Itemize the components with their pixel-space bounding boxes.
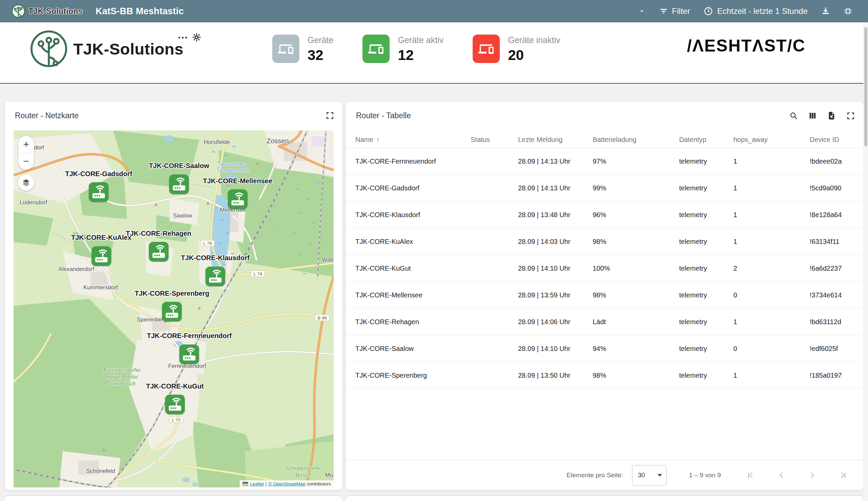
dashboard-header: TJK-Solutions Geräte 32 bbox=[0, 22, 868, 84]
router-icon bbox=[229, 191, 246, 207]
columns-icon[interactable] bbox=[808, 111, 817, 120]
cell-last-message: 28.09 | 14:06 Uhr bbox=[518, 318, 593, 326]
cell-battery: 100% bbox=[593, 265, 679, 272]
table-row[interactable]: TJK-CORE-Rehagen 28.09 | 14:06 Uhr Lädt … bbox=[346, 309, 863, 335]
router-marker-tjk-core-fernneuendorf[interactable] bbox=[179, 344, 199, 364]
router-icon bbox=[167, 396, 184, 413]
router-marker-tjk-core-mellensee[interactable] bbox=[228, 189, 248, 209]
cell-name: TJK-CORE-Fernneuendorf bbox=[355, 158, 471, 165]
cell-datatype: telemetry bbox=[679, 345, 733, 353]
org-logo[interactable]: TJK-Solutions bbox=[11, 4, 83, 19]
panel-dropdown-button[interactable] bbox=[638, 8, 646, 15]
table-row[interactable]: TJK-CORE-Gadsdorf 28.09 | 14:13 Uhr 99% … bbox=[346, 175, 863, 202]
table-row[interactable]: TJK-CORE-Fernneuendorf 28.09 | 14:13 Uhr… bbox=[346, 148, 863, 175]
table-row[interactable]: TJK-CORE-Klausdorf 28.09 | 13:48 Uhr 96%… bbox=[346, 202, 863, 228]
stat-value: 32 bbox=[307, 47, 333, 63]
stat-label: Geräte inaktiv bbox=[508, 35, 560, 45]
town-label: Schönefeld bbox=[86, 468, 115, 475]
router-marker-tjk-core-klausdorf[interactable] bbox=[206, 267, 225, 286]
leaflet-link[interactable]: Leaflet bbox=[250, 481, 264, 487]
cell-datatype: telemetry bbox=[679, 318, 733, 326]
stat-geraete-inaktiv: Geräte inaktiv 20 bbox=[473, 34, 560, 63]
table-panel-title: Router - Tabelle bbox=[356, 111, 411, 120]
column-header-device-id[interactable]: Device ID bbox=[810, 136, 863, 143]
more-options-button[interactable] bbox=[178, 34, 188, 41]
leaflet-map[interactable]: tinendorfHorstfeldeZossenMellenseeSaalow… bbox=[13, 130, 334, 488]
download-button[interactable] bbox=[821, 7, 830, 15]
clock-icon bbox=[703, 7, 713, 16]
cell-name: TJK-CORE-KuGut bbox=[355, 265, 471, 272]
gear-icon bbox=[192, 33, 201, 42]
cell-hops-away: 0 bbox=[733, 291, 810, 299]
cell-device-id: !5cd9a090 bbox=[810, 184, 863, 192]
column-header-hops-away[interactable]: hops_away bbox=[733, 136, 810, 143]
page-scrollbar[interactable] bbox=[863, 22, 868, 501]
device-label: TJK-CORE-Sperenberg bbox=[135, 289, 209, 297]
town-label: Lüdersdorf bbox=[20, 199, 47, 206]
devices-icon bbox=[363, 34, 389, 63]
layers-button[interactable] bbox=[18, 174, 34, 191]
filter-button[interactable]: Filter bbox=[659, 7, 690, 16]
stat-geraete-aktiv: Geräte aktiv 12 bbox=[363, 34, 443, 63]
table-row[interactable]: TJK-CORE-KuGut 28.09 | 14:10 Uhr 100% te… bbox=[346, 255, 863, 282]
top-app-bar: TJK-Solutions KatS-BB Meshtastic Filter … bbox=[0, 0, 868, 22]
per-page-select[interactable]: 30 bbox=[632, 465, 667, 486]
router-icon bbox=[90, 184, 107, 201]
cell-hops-away: 1 bbox=[733, 158, 810, 165]
cell-last-message: 28.09 | 13:48 Uhr bbox=[518, 211, 593, 219]
last-page-button[interactable] bbox=[839, 470, 848, 480]
cell-datatype: telemetry bbox=[679, 291, 733, 299]
cell-name: TJK-CORE-KuAlex bbox=[355, 238, 471, 246]
device-label: TJK-CORE-Mellensee bbox=[203, 177, 273, 185]
sort-asc-icon: ↑ bbox=[376, 136, 379, 143]
cell-hops-away: 1 bbox=[733, 211, 810, 219]
next-page-button[interactable] bbox=[808, 470, 817, 480]
stat-value: 20 bbox=[508, 47, 560, 63]
router-marker-tjk-core-saalow[interactable] bbox=[169, 174, 189, 194]
export-file-icon[interactable] bbox=[827, 111, 836, 120]
search-icon[interactable] bbox=[789, 111, 798, 120]
router-marker-tjk-core-gadsdorf[interactable] bbox=[89, 182, 108, 202]
zoom-out-button[interactable]: − bbox=[18, 153, 34, 170]
cell-name: TJK-CORE-Gadsdorf bbox=[355, 184, 471, 192]
column-header-datentyp[interactable]: Datentyp bbox=[679, 136, 733, 143]
org-name: TJK-Solutions bbox=[73, 40, 184, 58]
cell-device-id: !6a6d2237 bbox=[810, 265, 863, 272]
column-header-lezte-meldung[interactable]: Lezte Meldung bbox=[518, 136, 593, 143]
cell-datatype: telemetry bbox=[679, 265, 733, 272]
table-row[interactable]: TJK-CORE-Sperenberg 28.09 | 13:50 Uhr 98… bbox=[346, 362, 863, 389]
cell-hops-away: 1 bbox=[733, 372, 810, 380]
cell-battery: 97% bbox=[593, 158, 679, 165]
column-header-name[interactable]: Name↑ bbox=[355, 136, 471, 143]
fullscreen-icon[interactable] bbox=[325, 111, 334, 120]
tjk-tree-icon bbox=[11, 4, 26, 19]
collapse-view-button[interactable] bbox=[844, 7, 853, 15]
time-range-picker[interactable]: Echtzeit - letzte 1 Stunde bbox=[703, 7, 808, 16]
router-marker-tjk-core-kualex[interactable] bbox=[92, 246, 111, 266]
table-row[interactable]: TJK-CORE-KuAlex 28.09 | 14:03 Uhr 98% te… bbox=[346, 228, 863, 255]
router-marker-tjk-core-rehagen[interactable] bbox=[149, 242, 168, 262]
cell-name: TJK-CORE-Sperenberg bbox=[355, 372, 471, 380]
table-row[interactable]: TJK-CORE-Mellensee 28.09 | 13:59 Uhr 98%… bbox=[346, 282, 863, 309]
osm-link[interactable]: © OpenStreetMap bbox=[268, 481, 305, 487]
router-marker-tjk-core-sperenberg[interactable] bbox=[162, 302, 182, 321]
next-row-panel-left bbox=[5, 496, 343, 501]
table-panel: Router - Tabelle Name↑StatusLezte Meldun… bbox=[346, 102, 863, 490]
zoom-in-button[interactable]: + bbox=[18, 136, 34, 153]
table-row[interactable]: TJK-CORE-Saalow 28.09 | 14:10 Uhr 94% te… bbox=[346, 335, 863, 362]
cell-battery: 98% bbox=[593, 372, 679, 380]
router-marker-tjk-core-kugut[interactable] bbox=[165, 395, 185, 414]
first-page-button[interactable] bbox=[745, 470, 755, 480]
column-header-batterieladung[interactable]: Batterieladung bbox=[593, 136, 679, 143]
filter-icon bbox=[659, 7, 668, 15]
previous-page-button[interactable] bbox=[776, 470, 786, 480]
filter-label: Filter bbox=[672, 7, 690, 16]
compress-icon bbox=[844, 7, 853, 15]
settings-button[interactable] bbox=[192, 33, 201, 43]
scrollbar-thumb[interactable] bbox=[864, 27, 867, 146]
cell-device-id: !63134f11 bbox=[810, 238, 863, 246]
device-label: TJK-CORE-Fernneuendorf bbox=[147, 332, 232, 340]
fullscreen-icon[interactable] bbox=[846, 111, 855, 120]
column-header-status[interactable]: Status bbox=[471, 136, 518, 143]
pagination-range: 1 – 9 von 9 bbox=[689, 471, 721, 479]
